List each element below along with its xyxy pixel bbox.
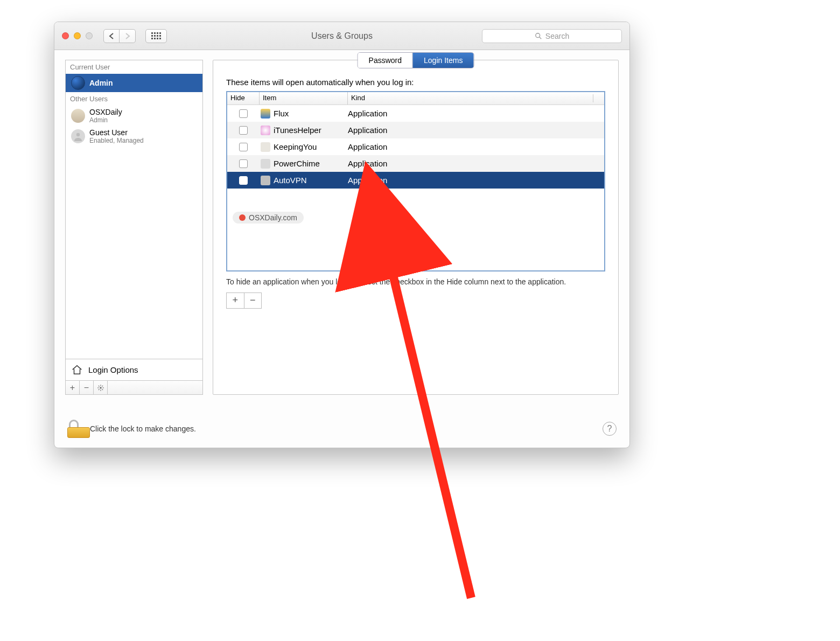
tab-login-items[interactable]: Login Items [413,53,473,68]
titlebar: Users & Groups Search [54,22,629,50]
main-panel: Password Login Items These items will op… [213,60,619,395]
svg-line-8 [98,386,99,387]
sidebar-user-guest[interactable]: Guest User Enabled, Managed [66,126,202,147]
svg-line-1 [540,37,542,39]
user-actions-strip: + − [65,381,203,395]
hide-note: To hide an application when you log in, … [226,277,605,287]
search-input[interactable]: Search [482,29,622,43]
login-items-table: Hide Item Kind FluxApplicationiTunesHelp… [226,91,605,271]
item-kind: Application [348,142,604,151]
sidebar-user-current[interactable]: Admin [66,74,202,92]
item-kind: Application [348,126,604,135]
help-button[interactable]: ? [603,422,617,436]
app-icon [261,109,270,119]
remove-login-item-button[interactable]: − [244,293,262,308]
user-sub: Admin [89,116,122,124]
table-row[interactable]: AutoVPNApplication [227,172,604,189]
svg-line-10 [98,389,99,390]
hide-checkbox[interactable] [239,109,248,118]
app-icon [261,142,270,152]
item-name: AutoVPN [274,176,307,185]
item-name: KeepingYou [274,142,317,151]
app-icon [261,176,270,185]
watermark-text: OSXDaily.com [249,213,297,222]
app-icon [261,159,270,169]
home-icon [71,364,83,376]
zoom-window-button[interactable] [86,32,93,39]
svg-point-3 [100,387,102,389]
table-header: Hide Item Kind [227,92,604,105]
users-sidebar: Current User Admin Other Users OSXDaily … [65,60,203,395]
user-name: Admin [89,79,113,87]
hide-checkbox[interactable] [239,176,248,185]
item-name: PowerChime [274,159,320,168]
lock-text: Click the lock to make changes. [90,424,196,433]
svg-point-0 [536,33,540,37]
hide-checkbox[interactable] [239,143,248,151]
user-name: Guest User [89,128,144,137]
col-item[interactable]: Item [260,92,348,104]
item-name: Flux [274,109,289,118]
avatar-icon [71,109,85,123]
user-actions-menu[interactable] [94,381,108,395]
avatar-icon [71,76,85,90]
table-row[interactable]: FluxApplication [227,105,604,122]
login-options-button[interactable]: Login Options [65,359,203,381]
footer: Click the lock to make changes. ? [54,410,629,448]
login-items-actions: + − [226,292,262,309]
close-window-button[interactable] [62,32,69,39]
lock-button[interactable] [67,420,82,438]
item-kind: Application [348,109,604,118]
sidebar-user-osxdaily[interactable]: OSXDaily Admin [66,106,202,126]
table-row[interactable]: PowerChimeApplication [227,155,604,172]
add-user-button[interactable]: + [66,381,80,395]
login-items-description: These items will open automatically when… [226,78,605,87]
svg-line-9 [102,389,103,390]
user-name: OSXDaily [89,108,122,116]
window-traffic-lights [62,32,93,39]
user-sub: Enabled, Managed [89,137,144,144]
item-name: iTunesHelper [274,126,321,135]
search-icon [535,32,542,40]
add-login-item-button[interactable]: + [227,293,244,308]
record-dot-icon [239,214,246,221]
nav-forward-button[interactable] [120,29,136,43]
system-preferences-window: Users & Groups Search Current User Admin… [54,22,630,448]
svg-line-11 [102,386,103,387]
avatar-icon [71,129,85,143]
col-kind[interactable]: Kind [348,92,604,104]
show-all-button[interactable] [145,29,167,43]
minimize-window-button[interactable] [74,32,81,39]
lock-body-icon [67,427,90,438]
remove-user-button[interactable]: − [80,381,94,395]
watermark-badge: OSXDaily.com [233,212,304,224]
login-options-label: Login Options [88,365,138,374]
current-user-label: Current User [66,60,202,74]
hide-checkbox[interactable] [239,159,248,168]
app-icon [261,126,270,135]
col-hide[interactable]: Hide [227,92,260,104]
item-kind: Application [348,176,604,185]
user-list: Current User Admin Other Users OSXDaily … [65,60,203,359]
tab-password[interactable]: Password [358,53,413,68]
nav-back-forward [103,29,136,43]
other-users-label: Other Users [66,92,202,106]
gear-icon [97,384,104,392]
table-row[interactable]: iTunesHelperApplication [227,122,604,138]
svg-point-2 [76,133,80,136]
tab-bar: Password Login Items [358,52,474,68]
item-kind: Application [348,159,604,168]
search-placeholder: Search [545,32,569,40]
table-row[interactable]: KeepingYouApplication [227,138,604,155]
nav-back-button[interactable] [103,29,120,43]
hide-checkbox[interactable] [239,126,248,135]
